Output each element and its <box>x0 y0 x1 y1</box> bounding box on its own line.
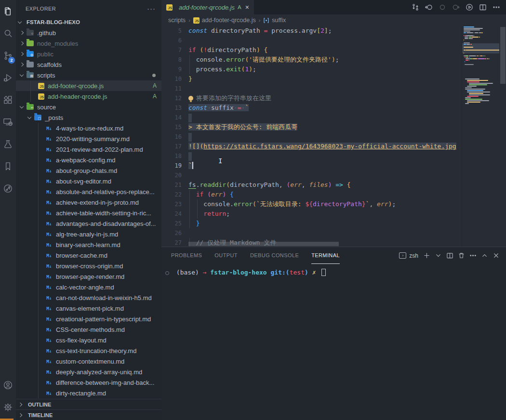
tree-file-css-text-truncation-theory-md[interactable]: M↓css-text-truncation-theory.md <box>16 345 161 356</box>
launch-profile-chevron-icon[interactable] <box>433 250 443 261</box>
circle-next-icon[interactable] <box>450 1 462 13</box>
explorer-more-icon[interactable]: ··· <box>147 4 156 13</box>
minimap-line <box>464 42 470 43</box>
search-icon[interactable] <box>0 22 16 44</box>
token: process <box>196 66 223 73</box>
explorer-title: EXPLORER <box>26 6 56 12</box>
breadcrumb-item-suffix[interactable]: suffix <box>263 17 286 24</box>
selection-box <box>188 152 192 161</box>
tree-file-css-center-methods-md[interactable]: M↓CSS-center-methods.md <box>16 324 161 335</box>
tab-add-footer-qrcode[interactable]: JS add-footer-qrcode.js A × <box>161 0 254 14</box>
branch-circle-icon[interactable] <box>0 177 16 199</box>
more-actions-icon[interactable] <box>467 250 478 261</box>
line-number: 16 <box>161 133 182 140</box>
back-circle-icon[interactable] <box>423 1 435 13</box>
run-icon[interactable] <box>464 1 475 13</box>
code-line-12: 12将要添加的字符串放在这里 <box>161 93 462 103</box>
tree-file-add-header-qrcode-js[interactable]: JSadd-header-qrcode.jsA <box>16 91 161 102</box>
breadcrumb-item-scripts[interactable]: scripts <box>168 17 186 24</box>
panel-tab-problems[interactable]: PROBLEMS <box>171 247 202 264</box>
tree-file-can-not-download-in-weixin-h5-md[interactable]: M↓can-not-download-in-weixin-h5.md <box>16 292 161 303</box>
tree-file-creational-pattern-in-typescript-md[interactable]: M↓creational-pattern-in-typescript.md <box>16 314 161 324</box>
tree-file-about-svg-editor-md[interactable]: M↓about-svg-editor.md <box>16 176 161 186</box>
remote-explorer-icon[interactable] <box>0 111 16 133</box>
terminal-cursor <box>321 269 326 276</box>
tree-folder-node-modules[interactable]: node_modules <box>16 38 161 49</box>
workspace-root-folder[interactable]: FSTAR-BLOG-HEXO <box>16 17 161 27</box>
minimap-line <box>469 57 470 58</box>
tree-file-about-group-chats-md[interactable]: M↓about-group-chats.md <box>16 165 161 176</box>
tree-file-calc-vector-angle-md[interactable]: M↓calc-vector-angle.md <box>16 282 161 292</box>
tree-folder--posts[interactable]: ▢_posts <box>16 112 161 123</box>
minimap-line <box>467 81 479 82</box>
shell-label[interactable]: zsh <box>409 252 418 259</box>
tree-file-4-ways-to-use-redux-md[interactable]: M↓4-ways-to-use-redux.md <box>16 123 161 133</box>
split-terminal-icon[interactable] <box>444 250 455 261</box>
minimap-line <box>467 100 489 101</box>
tree-file-canvas-element-pick-md[interactable]: M↓canvas-element-pick.md <box>16 303 161 314</box>
run-debug-icon[interactable] <box>0 66 16 89</box>
explorer-icon[interactable] <box>0 0 16 22</box>
kill-terminal-icon[interactable] <box>456 250 466 261</box>
panel-tab-debug-console[interactable]: DEBUG CONSOLE <box>250 247 299 264</box>
token: ( <box>226 181 230 188</box>
panel-tab-output[interactable]: OUTPUT <box>214 247 238 264</box>
tree-file-browser-cross-origin-md[interactable]: M↓browser-cross-origin.md <box>16 261 161 271</box>
tree-file-binary-search-learn-md[interactable]: M↓binary-search-learn.md <box>16 239 161 250</box>
bookmarks-icon[interactable] <box>0 155 16 177</box>
more-icon[interactable] <box>491 1 502 13</box>
tree-file-2020-writting-summary-md[interactable]: M↓2020-writting-summary.md <box>16 133 161 144</box>
timeline-section-header[interactable]: TIMELINE <box>16 409 161 420</box>
panel-tab-terminal[interactable]: TERMINAL <box>311 247 340 264</box>
tree-file-absolute-and-relative-pos-replace-[interactable]: M↓absolute-and-relative-pos-replace... <box>16 186 161 197</box>
tree-file-add-footer-qrcode-js[interactable]: JSadd-footer-qrcode.jsA <box>16 80 161 91</box>
vertical-scrollbar[interactable] <box>500 27 506 84</box>
new-terminal-icon[interactable] <box>421 250 432 261</box>
tree-file-alg-tree-analy-in-js-md[interactable]: M↓alg-tree-analy-in-js.md <box>16 229 161 239</box>
account-icon[interactable] <box>0 374 16 396</box>
tree-file-achieve-table-width-setting-in-ric-[interactable]: M↓achieve-table-width-setting-in-ric... <box>16 208 161 218</box>
tree-folder-source[interactable]: ‹›source <box>16 102 161 112</box>
tree-file-achieve-extend-in-js-proto-md[interactable]: M↓achieve-extend-in-js-proto.md <box>16 197 161 208</box>
line-number: 23 <box>161 201 182 208</box>
tree-folder--github[interactable]: ○.github <box>16 27 161 38</box>
line-number: 5 <box>161 27 182 34</box>
code-editor[interactable]: 5const directoryPath = process.argv[2];6… <box>161 26 506 247</box>
command-decoration-icon[interactable] <box>165 271 169 275</box>
tree-folder-scripts[interactable]: ▤scripts <box>16 70 161 80</box>
tree-file-browser-cache-md[interactable]: M↓browser-cache.md <box>16 250 161 261</box>
outline-section-header[interactable]: OUTLINE <box>16 399 161 409</box>
code-line-10: 10} <box>161 74 462 84</box>
circle-prev-icon[interactable] <box>437 1 448 13</box>
js-file-icon: JS <box>38 83 44 89</box>
tree-file-2021-review-and-2022-plan-md[interactable]: M↓2021-review-and-2022-plan.md <box>16 144 161 155</box>
tree-file-css-flex-layout-md[interactable]: M↓css-flex-layout.md <box>16 335 161 345</box>
tree-file-custom-contextmenu-md[interactable]: M↓custom-contextmenu.md <box>16 356 161 367</box>
testing-icon[interactable] <box>0 133 16 155</box>
breadcrumb-item-add-footer-qrcode-js[interactable]: JSadd-footer-qrcode.js <box>193 17 256 24</box>
tree-file-browser-page-render-md[interactable]: M↓browser-page-render.md <box>16 271 161 282</box>
close-icon[interactable]: × <box>245 3 249 11</box>
minimap[interactable] <box>462 26 499 247</box>
token: { <box>230 191 234 198</box>
tree-file-advantages-and-disadvantages-of-[interactable]: M↓advantages-and-disadvantages-of... <box>16 218 161 229</box>
settings-icon[interactable] <box>0 396 16 418</box>
tree-file-deeply-analyzed-array-uniq-md[interactable]: M↓deeply-analyzed-array-uniq.md <box>16 367 161 377</box>
close-panel-icon[interactable] <box>491 250 501 261</box>
tree-item-label: canvas-element-pick.md <box>56 305 124 312</box>
minimap-line <box>485 55 485 56</box>
maximize-panel-icon[interactable] <box>479 250 490 261</box>
tree-file-difference-between-img-and-back-[interactable]: M↓difference-between-img-and-back... <box>16 377 161 388</box>
extensions-icon[interactable] <box>0 89 16 111</box>
tree-folder-scaffolds[interactable]: scaffolds <box>16 59 161 70</box>
terminal[interactable]: (base) → fstar-blog-hexo git:(test) ✗ <box>161 264 506 420</box>
compare-icon[interactable] <box>410 1 421 13</box>
horizontal-scrollbar[interactable] <box>188 242 339 246</box>
tree-folder-public[interactable]: ◍public <box>16 49 161 59</box>
indent-guide <box>38 197 39 208</box>
tree-file-a-webpack-config-md[interactable]: M↓a-webpack-config.md <box>16 155 161 165</box>
tree-file-dirty-rectangle-md[interactable]: M↓dirty-rectangle.md <box>16 388 161 398</box>
minimap-line <box>473 35 473 36</box>
source-control-icon[interactable]: 2 <box>0 44 16 66</box>
split-icon[interactable] <box>477 1 489 13</box>
